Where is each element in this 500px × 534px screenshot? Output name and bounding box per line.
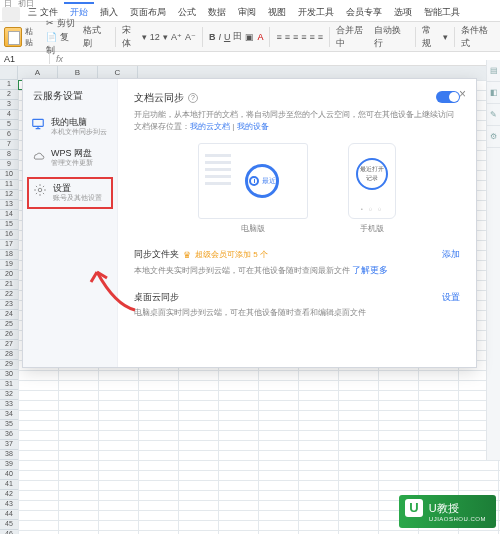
format-painter-button[interactable]: 格式刷	[83, 24, 109, 50]
row-header[interactable]: 33	[0, 400, 18, 410]
tab-smart[interactable]: 智能工具	[418, 4, 466, 21]
italic-icon[interactable]: I	[218, 32, 221, 42]
sidebar-item-settings[interactable]: 设置 账号及其他设置	[27, 177, 113, 208]
row-header[interactable]: 2	[0, 90, 18, 100]
row-header[interactable]: 28	[0, 350, 18, 360]
wrap-text-button[interactable]: 自动换行	[374, 24, 409, 50]
row-header[interactable]: 25	[0, 320, 18, 330]
inc-font-icon[interactable]: A⁺	[171, 32, 182, 42]
row-header[interactable]: 35	[0, 420, 18, 430]
doc-sync-toggle[interactable]	[436, 91, 460, 103]
row-header[interactable]: 29	[0, 360, 18, 370]
row-header[interactable]: 38	[0, 450, 18, 460]
app-logo-icon[interactable]	[2, 7, 20, 21]
row-header[interactable]: 5	[0, 120, 18, 130]
row-header[interactable]: 27	[0, 340, 18, 350]
row-header[interactable]: 3	[0, 100, 18, 110]
row-header[interactable]: 37	[0, 440, 18, 450]
merge-center-button[interactable]: 合并居中	[336, 24, 371, 50]
tab-view[interactable]: 视图	[262, 4, 292, 21]
learn-more-link[interactable]: 了解更多	[352, 265, 388, 275]
side-tool-icon[interactable]: ⚙	[487, 126, 500, 148]
row-header[interactable]: 43	[0, 500, 18, 510]
side-tool-icon[interactable]: ▤	[487, 60, 500, 82]
row-header[interactable]: 31	[0, 380, 18, 390]
row-header[interactable]: 36	[0, 430, 18, 440]
row-header[interactable]: 21	[0, 280, 18, 290]
align-left-icon[interactable]: ≡	[301, 32, 306, 42]
tab-insert[interactable]: 插入	[94, 4, 124, 21]
font-color-icon[interactable]: A	[257, 32, 263, 42]
tab-review[interactable]: 审阅	[232, 4, 262, 21]
row-header[interactable]: 39	[0, 460, 18, 470]
select-all-corner[interactable]	[0, 66, 18, 80]
fill-color-icon[interactable]: ▣	[245, 32, 254, 42]
paste-label: 粘贴	[25, 26, 41, 48]
row-header[interactable]: 7	[0, 140, 18, 150]
align-center-icon[interactable]: ≡	[309, 32, 314, 42]
row-header[interactable]: 22	[0, 290, 18, 300]
row-header[interactable]: 41	[0, 480, 18, 490]
paste-icon[interactable]	[4, 27, 22, 47]
row-header[interactable]: 16	[0, 230, 18, 240]
align-mid-icon[interactable]: ≡	[285, 32, 290, 42]
row-header[interactable]: 13	[0, 200, 18, 210]
row-headers[interactable]: 1234567891011121314151617181920212223242…	[0, 80, 18, 534]
row-header[interactable]: 20	[0, 270, 18, 280]
row-header[interactable]: 10	[0, 170, 18, 180]
row-header[interactable]: 19	[0, 260, 18, 270]
tab-formulas[interactable]: 公式	[172, 4, 202, 21]
row-header[interactable]: 42	[0, 490, 18, 500]
close-icon[interactable]: ×	[459, 87, 466, 101]
desktop-sync-settings-link[interactable]: 设置	[442, 291, 460, 304]
row-header[interactable]: 12	[0, 190, 18, 200]
row-header[interactable]: 30	[0, 370, 18, 380]
row-header[interactable]: 9	[0, 160, 18, 170]
row-header[interactable]: 8	[0, 150, 18, 160]
border-icon[interactable]: 田	[233, 30, 242, 43]
tab-data[interactable]: 数据	[202, 4, 232, 21]
sidebar-item-mypc[interactable]: 我的电脑 本机文件同步到云	[23, 111, 117, 142]
row-header[interactable]: 40	[0, 470, 18, 480]
cond-format-button[interactable]: 条件格式	[461, 24, 496, 50]
tab-page-layout[interactable]: 页面布局	[124, 4, 172, 21]
row-header[interactable]: 45	[0, 520, 18, 530]
side-tool-icon[interactable]: ◧	[487, 82, 500, 104]
side-tool-icon[interactable]: ✎	[487, 104, 500, 126]
align-top-icon[interactable]: ≡	[276, 32, 281, 42]
row-header[interactable]: 18	[0, 250, 18, 260]
sidebar-item-wpsdisk[interactable]: WPS 网盘 管理文件更新	[23, 142, 117, 173]
align-right-icon[interactable]: ≡	[318, 32, 323, 42]
help-icon[interactable]: ?	[188, 93, 198, 103]
row-header[interactable]: 15	[0, 220, 18, 230]
number-format-select[interactable]: 常规	[422, 24, 439, 50]
row-header[interactable]: 11	[0, 180, 18, 190]
align-bot-icon[interactable]: ≡	[293, 32, 298, 42]
tab-dev[interactable]: 开发工具	[292, 4, 340, 21]
row-header[interactable]: 26	[0, 330, 18, 340]
link-my-cloud-docs[interactable]: 我的云文档	[190, 122, 230, 131]
row-header[interactable]: 46	[0, 530, 18, 534]
tab-options[interactable]: 选项	[388, 4, 418, 21]
underline-icon[interactable]: U	[224, 32, 231, 42]
row-header[interactable]: 32	[0, 390, 18, 400]
cut-button[interactable]: ✂ 剪切	[46, 17, 75, 30]
name-box[interactable]: A1	[0, 54, 50, 64]
row-header[interactable]: 34	[0, 410, 18, 420]
bold-icon[interactable]: B	[209, 32, 216, 42]
font-size-select[interactable]: 12	[150, 32, 160, 42]
row-header[interactable]: 14	[0, 210, 18, 220]
row-header[interactable]: 1	[0, 80, 18, 90]
tab-vip[interactable]: 会员专享	[340, 4, 388, 21]
add-folder-link[interactable]: 添加	[442, 248, 460, 261]
row-header[interactable]: 44	[0, 510, 18, 520]
row-header[interactable]: 24	[0, 310, 18, 320]
row-header[interactable]: 4	[0, 110, 18, 120]
row-header[interactable]: 17	[0, 240, 18, 250]
dec-font-icon[interactable]: A⁻	[185, 32, 196, 42]
link-my-devices[interactable]: 我的设备	[237, 122, 269, 131]
row-header[interactable]: 23	[0, 300, 18, 310]
row-header[interactable]: 6	[0, 130, 18, 140]
fx-icon[interactable]: fx	[50, 54, 69, 64]
font-select[interactable]: 宋体	[122, 24, 138, 50]
